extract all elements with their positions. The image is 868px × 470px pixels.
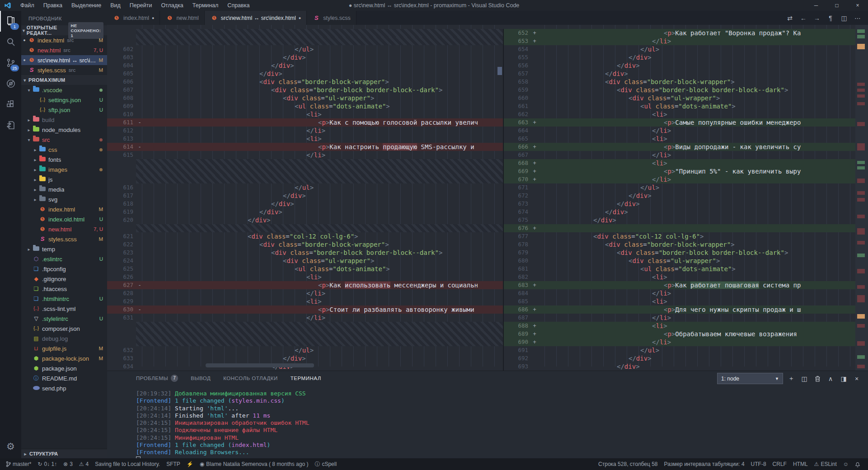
new-terminal-icon[interactable]: ＋ [786,375,796,383]
tab-styles.scss[interactable]: Sstyles.scss [307,11,356,25]
open-changes-icon[interactable]: ⇄ [784,14,796,22]
tree-item-gulpfile.js[interactable]: ⊔gulpfile.jsM [21,343,107,353]
explorer-icon[interactable]: 1 [0,11,21,32]
split-terminal-icon[interactable]: ◫ [799,375,809,382]
move-panel-icon[interactable]: ◨ [839,375,849,382]
tree-item-styles.scss[interactable]: Sstyles.scssM [21,234,107,244]
panel-tab-ПРОБЛЕМЫ[interactable]: ПРОБЛЕМЫ7 [136,375,178,382]
debug-icon[interactable] [0,73,21,94]
tree-item-index.old.html[interactable]: ❺index.old.htmlU [21,214,107,224]
status-item-html[interactable]: HTML [790,461,811,467]
tree-item-settings.json[interactable]: {..}settings.jsonU [21,95,107,105]
tree-item-js[interactable]: ▸js [21,174,107,184]
tree-item-package-lock.json[interactable]: ⬢package-lock.jsonM [21,353,107,363]
menu-item-Справка[interactable]: Справка [223,1,253,9]
left-scrollbar-handle[interactable] [497,67,502,75]
status-item-saving[interactable]: Saving file to Local History. [92,461,163,467]
status-item-eslint[interactable]: ⚠ESLint [811,461,840,467]
tree-item-package.json[interactable]: ⬢package.json [21,363,107,373]
status-item[interactable]: ☺ [840,461,852,467]
open-editor-item[interactable]: ❺new.htmlsrc7, U [21,45,107,55]
panel-tab-КОНСОЛЬ ОТЛАДКИ[interactable]: КОНСОЛЬ ОТЛАДКИ [223,376,278,381]
tree-item-images[interactable]: ▸images [21,164,107,174]
tree-item-src[interactable]: ▾src [21,135,107,145]
tree-item-new.html[interactable]: ❺new.html7, U [21,224,107,234]
tree-item-README.md[interactable]: ⓘREADME.md [21,373,107,383]
panel-tab-ВЫВОД[interactable]: ВЫВОД [191,376,211,381]
close-button[interactable]: × [847,0,868,11]
tree-item-build[interactable]: ▸build [21,115,107,125]
tree-item-send.php[interactable]: send.php [21,383,107,393]
tree-item-media[interactable]: ▸media [21,184,107,194]
status-text: HTML [793,461,808,467]
forward-icon[interactable]: → [811,14,823,22]
status-item-utf-8[interactable]: UTF-8 [748,461,769,467]
status-item[interactable]: ⚡ [183,461,197,467]
tree-item-temp[interactable]: ▸temp [21,244,107,254]
tree-item-.stylelintrc[interactable]: ▽.stylelintrcU [21,314,107,324]
close-panel-icon[interactable]: × [852,375,862,382]
status-item-размер[interactable]: Размер интервала табуляции: 4 [661,461,748,467]
outline-section-header[interactable]: ▸ СТРУКТУРА [21,449,107,458]
overview-ruler[interactable] [855,25,868,371]
diff-row: 633</div>692</div> [107,354,856,362]
menu-item-Файл[interactable]: Файл [16,1,38,9]
search-icon[interactable] [0,32,21,52]
panel-tab-ТЕРМИНАЛ[interactable]: ТЕРМИНАЛ [291,376,321,381]
menu-item-Терминал[interactable]: Терминал [188,1,223,9]
tree-item-.htaccess[interactable]: ❏.htaccess [21,284,107,294]
status-item-4[interactable]: ⚠4 [76,461,92,467]
diff-editor[interactable]: 652+<p>Как работает "Воронка продаж"? Ка… [107,25,868,371]
maximize-panel-icon[interactable]: ∧ [826,375,835,382]
maximize-button[interactable]: □ [826,0,847,11]
horizontal-scrollbar-handle[interactable] [206,363,314,367]
status-item[interactable] [852,461,863,467]
terminal-output[interactable]: [20:19:32] Добавлена минифицированная ве… [107,385,868,465]
menu-item-Отладка[interactable]: Отладка [157,1,187,9]
tree-item-.ftpconfig[interactable]: ❏.ftpconfig [21,264,107,274]
settings-gear-icon[interactable]: ⚙ [0,441,21,452]
tree-item-.scss-lint.yml[interactable]: {..}.scss-lint.yml [21,304,107,314]
more-actions-icon[interactable]: ⋯ [852,14,863,22]
status-item-cspell[interactable]: ⓘcSpell [311,461,340,468]
ftp-sync-icon[interactable] [0,115,21,136]
menu-item-Правка[interactable]: Правка [39,1,66,9]
tree-item-composer.json[interactable]: {..}composer.json [21,324,107,334]
tree-item-.gitignore[interactable]: ◆.gitignore [21,274,107,284]
pilcrow-icon[interactable]: ¶ [825,14,836,22]
tree-item-index.html[interactable]: ❺index.htmlM [21,204,107,214]
status-item-3[interactable]: ⊗3 [60,461,76,467]
extensions-icon[interactable] [0,94,21,115]
tree-item-node_modules[interactable]: ▸node_modules [21,125,107,135]
back-icon[interactable]: ← [798,14,809,22]
status-item-blame[interactable]: ◉Blame Natalia Semenova ( 8 months ago ) [197,461,312,467]
tree-item-.htmlhintrc[interactable]: ❏.htmlhintrcU [21,294,107,304]
minimize-button[interactable]: ─ [806,0,826,11]
menu-item-Выделение[interactable]: Выделение [67,1,105,9]
status-item-master*[interactable]: master* [3,461,34,467]
status-item-строка[interactable]: Строка 528, столбец 58 [595,461,661,467]
source-control-icon[interactable]: 25 [0,52,21,73]
status-item-0↓[interactable]: ↻0↓ 1↑ [34,461,60,467]
split-editor-icon[interactable]: ◫ [838,14,850,22]
open-editor-item[interactable]: Sstyles.scsssrcM [21,65,107,75]
tab-src\new.html ↔ src\index.html[interactable]: ❺src\new.html ↔ src\index.html● [205,11,307,25]
project-header[interactable]: ▾ PROMAXIMUM [21,75,107,85]
tab-index.html[interactable]: ❺index.html● [107,11,160,25]
menu-item-Вид[interactable]: Вид [106,1,125,9]
kill-terminal-icon[interactable] [812,375,822,382]
tree-item-.eslintrc[interactable]: ⬡.eslintrcU [21,254,107,264]
tree-item-.vscode[interactable]: ▾.vscode [21,85,107,95]
tab-new.html[interactable]: ❺new.html [160,11,204,25]
open-editor-item[interactable]: ●❺src\new.html ↔ src\inde...M [21,55,107,65]
tree-item-css[interactable]: ▸css [21,145,107,155]
tree-item-fonts[interactable]: ▸fonts [21,155,107,164]
status-item-crlf[interactable]: CRLF [769,461,790,467]
tree-item-sftp.json[interactable]: {..}sftp.jsonU [21,105,107,115]
terminal-select[interactable]: 1: node▼ [717,373,783,384]
tree-item-debug.log[interactable]: ▤debug.log [21,334,107,343]
open-editors-header[interactable]: ▾ ОТКРЫТЫЕ РЕДАКТ... НЕ СОХРАНЕНО: 1 [21,25,107,35]
menu-item-Перейти[interactable]: Перейти [126,1,156,9]
status-item-sftp[interactable]: SFTP [163,461,183,467]
tree-item-svg[interactable]: ▸svg [21,194,107,204]
